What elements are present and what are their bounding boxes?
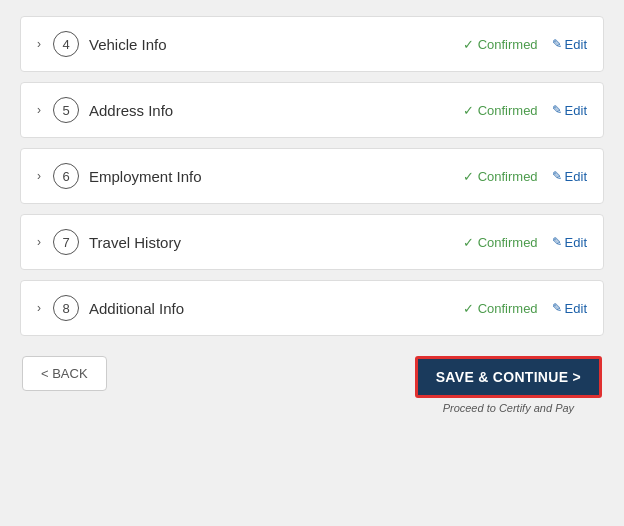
edit-button-7[interactable]: ✎ Edit (552, 235, 587, 250)
step-title-8: Additional Info (89, 300, 184, 317)
back-button[interactable]: < BACK (22, 356, 107, 391)
step-right-6: ✓ Confirmed ✎ Edit (463, 169, 587, 184)
edit-icon-7: ✎ (552, 235, 562, 249)
edit-button-5[interactable]: ✎ Edit (552, 103, 587, 118)
check-icon-7: ✓ (463, 235, 474, 250)
chevron-icon-6: › (37, 169, 41, 183)
step-card-6: › 6 Employment Info ✓ Confirmed ✎ Edit (20, 148, 604, 204)
confirmed-badge-5: ✓ Confirmed (463, 103, 538, 118)
step-title-4: Vehicle Info (89, 36, 167, 53)
step-number-8: 8 (53, 295, 79, 321)
page-container: › 4 Vehicle Info ✓ Confirmed ✎ Edit › 5 … (0, 0, 624, 526)
step-left-8: › 8 Additional Info (37, 295, 184, 321)
edit-icon-6: ✎ (552, 169, 562, 183)
step-title-5: Address Info (89, 102, 173, 119)
back-label: < BACK (41, 366, 88, 381)
edit-icon-5: ✎ (552, 103, 562, 117)
check-icon-5: ✓ (463, 103, 474, 118)
step-right-5: ✓ Confirmed ✎ Edit (463, 103, 587, 118)
step-left-7: › 7 Travel History (37, 229, 181, 255)
step-left-6: › 6 Employment Info (37, 163, 202, 189)
chevron-icon-8: › (37, 301, 41, 315)
step-title-6: Employment Info (89, 168, 202, 185)
step-right-8: ✓ Confirmed ✎ Edit (463, 301, 587, 316)
step-number-5: 5 (53, 97, 79, 123)
confirmed-badge-6: ✓ Confirmed (463, 169, 538, 184)
step-left-4: › 4 Vehicle Info (37, 31, 167, 57)
step-left-5: › 5 Address Info (37, 97, 173, 123)
edit-button-6[interactable]: ✎ Edit (552, 169, 587, 184)
edit-icon-8: ✎ (552, 301, 562, 315)
check-icon-4: ✓ (463, 37, 474, 52)
step-number-7: 7 (53, 229, 79, 255)
save-continue-label: SAVE & CONTINUE > (436, 369, 581, 385)
save-continue-wrapper: SAVE & CONTINUE > Proceed to Certify and… (415, 356, 602, 414)
confirmed-badge-7: ✓ Confirmed (463, 235, 538, 250)
step-title-7: Travel History (89, 234, 181, 251)
step-right-7: ✓ Confirmed ✎ Edit (463, 235, 587, 250)
confirmed-badge-4: ✓ Confirmed (463, 37, 538, 52)
edit-icon-4: ✎ (552, 37, 562, 51)
chevron-icon-7: › (37, 235, 41, 249)
chevron-icon-5: › (37, 103, 41, 117)
step-card-8: › 8 Additional Info ✓ Confirmed ✎ Edit (20, 280, 604, 336)
step-card-4: › 4 Vehicle Info ✓ Confirmed ✎ Edit (20, 16, 604, 72)
chevron-icon-4: › (37, 37, 41, 51)
steps-container: › 4 Vehicle Info ✓ Confirmed ✎ Edit › 5 … (20, 16, 604, 346)
step-right-4: ✓ Confirmed ✎ Edit (463, 37, 587, 52)
bottom-bar: < BACK SAVE & CONTINUE > Proceed to Cert… (20, 356, 604, 414)
confirmed-badge-8: ✓ Confirmed (463, 301, 538, 316)
check-icon-6: ✓ (463, 169, 474, 184)
save-continue-button[interactable]: SAVE & CONTINUE > (415, 356, 602, 398)
step-card-5: › 5 Address Info ✓ Confirmed ✎ Edit (20, 82, 604, 138)
check-icon-8: ✓ (463, 301, 474, 316)
edit-button-8[interactable]: ✎ Edit (552, 301, 587, 316)
step-card-7: › 7 Travel History ✓ Confirmed ✎ Edit (20, 214, 604, 270)
edit-button-4[interactable]: ✎ Edit (552, 37, 587, 52)
step-number-6: 6 (53, 163, 79, 189)
proceed-text: Proceed to Certify and Pay (443, 402, 574, 414)
step-number-4: 4 (53, 31, 79, 57)
